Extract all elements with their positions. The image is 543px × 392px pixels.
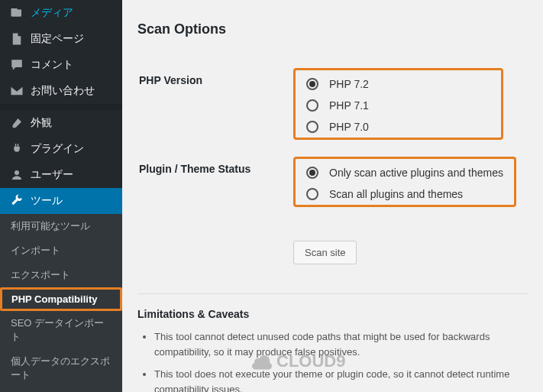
radio-button[interactable] <box>306 78 318 90</box>
menu-item-mail[interactable]: お問い合わせ <box>0 78 122 104</box>
radio-label: Only scan active plugins and themes <box>329 167 503 179</box>
menu-item-label: プラグイン <box>31 142 84 156</box>
radio-option[interactable]: PHP 7.0 <box>306 121 490 133</box>
menu-item-media[interactable]: メディア <box>0 0 122 26</box>
radio-label: PHP 7.0 <box>329 121 369 133</box>
submenu-item[interactable]: 利用可能なツール <box>0 214 122 238</box>
radio-button[interactable] <box>306 99 318 112</box>
menu-item-label: ツール <box>31 194 63 208</box>
submenu-item[interactable]: SEO データインポート <box>0 311 122 349</box>
menu-item-plugin[interactable]: プラグイン <box>0 136 122 162</box>
radio-option[interactable]: Only scan active plugins and themes <box>306 167 503 179</box>
plugin-status-label: Plugin / Theme Status <box>139 149 292 215</box>
menu-item-label: コメント <box>31 58 73 72</box>
menu-item-brush[interactable]: 外観 <box>0 110 122 136</box>
menu-item-label: メディア <box>31 6 73 20</box>
comment-icon <box>9 57 24 73</box>
radio-option[interactable]: Scan all plugins and themes <box>306 188 503 200</box>
limitations-heading: Limitations & Caveats <box>137 308 528 320</box>
radio-label: PHP 7.2 <box>329 78 369 90</box>
menu-item-label: 固定ページ <box>31 32 84 46</box>
svg-point-1 <box>15 170 19 175</box>
menu-separator <box>0 104 122 110</box>
plugin-icon <box>9 141 24 157</box>
radio-button[interactable] <box>306 121 318 133</box>
menu-item-label: お問い合わせ <box>31 84 95 98</box>
radio-label: PHP 7.1 <box>329 99 369 112</box>
brush-icon <box>9 115 24 131</box>
radio-label: Scan all plugins and themes <box>329 188 463 200</box>
menu-item-tool[interactable]: ツール <box>0 188 122 214</box>
submenu-item[interactable]: 個人データのエクスポート <box>0 349 122 387</box>
menu-item-label: ユーザー <box>31 168 73 182</box>
watermark: CLOUD9 <box>252 352 345 371</box>
divider <box>137 293 528 294</box>
mail-icon <box>9 83 24 99</box>
radio-button[interactable] <box>306 188 318 200</box>
user-icon <box>9 167 24 183</box>
submenu-item[interactable]: PHP Compatibility <box>0 287 122 311</box>
menu-item-label: 外観 <box>31 116 52 130</box>
submenu-item[interactable]: エクスポート <box>0 263 122 287</box>
submenu-item[interactable]: インポート <box>0 238 122 263</box>
media-icon <box>9 5 24 21</box>
menu-item-page[interactable]: 固定ページ <box>0 26 122 52</box>
menu-item-user[interactable]: ユーザー <box>0 162 122 188</box>
menu-item-comment[interactable]: コメント <box>0 52 122 78</box>
radio-button[interactable] <box>306 167 318 179</box>
php-version-group: PHP 7.2PHP 7.1PHP 7.0 <box>293 68 503 140</box>
radio-option[interactable]: PHP 7.1 <box>306 99 490 112</box>
submenu-item[interactable]: 個人データの消去 <box>0 387 122 392</box>
page-title: Scan Options <box>137 21 528 37</box>
plugin-status-group: Only scan active plugins and themesScan … <box>293 157 516 207</box>
main-content: Scan Options PHP Version PHP 7.2PHP 7.1P… <box>122 0 543 392</box>
radio-option[interactable]: PHP 7.2 <box>306 78 490 90</box>
php-version-label: PHP Version <box>139 60 292 147</box>
admin-sidebar: メディア固定ページコメントお問い合わせ 外観プラグインユーザーツール 利用可能な… <box>0 0 122 392</box>
tools-submenu: 利用可能なツールインポートエクスポートPHP CompatibilitySEO … <box>0 214 122 392</box>
scan-site-button[interactable]: Scan site <box>293 241 357 264</box>
page-icon <box>9 31 24 47</box>
options-table: PHP Version PHP 7.2PHP 7.1PHP 7.0 Plugin… <box>137 59 528 274</box>
svg-point-0 <box>14 12 16 15</box>
tool-icon <box>9 193 24 209</box>
